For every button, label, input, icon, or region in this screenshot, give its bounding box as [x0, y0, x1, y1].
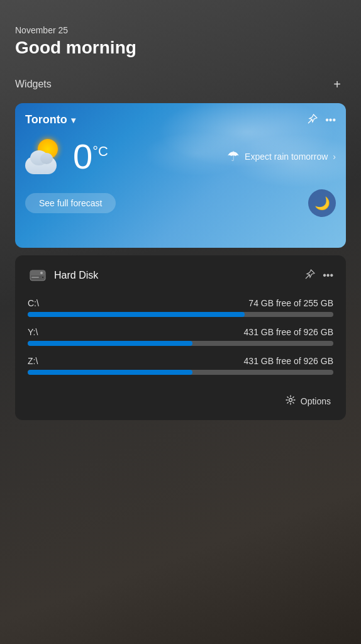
weather-more-icon[interactable]: ••• [325, 114, 336, 126]
svg-point-3 [40, 272, 43, 274]
svg-point-7 [289, 399, 292, 402]
hdd-icon [28, 265, 48, 286]
options-button[interactable]: Options [286, 395, 331, 408]
svg-point-5 [42, 276, 44, 279]
weather-condition[interactable]: ☂ Expect rain tomorrow › [227, 148, 336, 165]
disk-space-z: 431 GB free of 926 GB [244, 356, 333, 366]
weather-city[interactable]: Toronto ▾ [25, 113, 75, 126]
widgets-label: Widgets [15, 79, 52, 90]
disk-space-y: 431 GB free of 926 GB [244, 327, 333, 337]
harddisk-widget: Hard Disk ••• C:\ 74 GB free of 255 GB [15, 255, 346, 420]
condition-text: Expect rain tomorrow [245, 152, 328, 162]
disk-bar-c [28, 312, 333, 317]
disk-bar-z [28, 370, 333, 375]
see-full-forecast-button[interactable]: See full forecast [25, 193, 116, 213]
gear-icon [286, 395, 296, 408]
options-label: Options [301, 396, 331, 406]
disk-letter-z: Z:\ [28, 356, 38, 366]
disk-entry-y: Y:\ 431 GB free of 926 GB [28, 327, 333, 346]
weather-icon-large [25, 136, 65, 177]
disk-entry-c: C:\ 74 GB free of 255 GB [28, 298, 333, 317]
disk-entry-z: Z:\ 431 GB free of 926 GB [28, 356, 333, 375]
svg-rect-2 [30, 270, 45, 275]
harddisk-more-icon[interactable]: ••• [323, 270, 333, 281]
harddisk-title: Hard Disk [54, 270, 98, 281]
rain-icon: ☂ [227, 148, 240, 165]
harddisk-pin-icon[interactable] [305, 269, 315, 282]
weather-temperature: 0°C [73, 139, 108, 174]
city-dropdown-icon: ▾ [71, 115, 75, 125]
weather-pin-icon[interactable] [308, 114, 318, 126]
add-widget-button[interactable]: + [328, 75, 346, 93]
weather-mini-icon: 🌙 [308, 189, 336, 217]
weather-widget: Toronto ▾ ••• [15, 103, 346, 248]
condition-chevron: › [333, 152, 336, 162]
svg-line-6 [306, 275, 309, 279]
svg-rect-4 [31, 277, 39, 278]
disk-bar-y [28, 341, 333, 346]
disk-letter-y: Y:\ [28, 327, 38, 337]
greeting-text: Good morning [15, 38, 346, 58]
disk-space-c: 74 GB free of 255 GB [248, 298, 333, 308]
svg-line-0 [308, 119, 312, 123]
disk-letter-c: C:\ [28, 298, 39, 308]
date-text: November 25 [15, 25, 346, 35]
